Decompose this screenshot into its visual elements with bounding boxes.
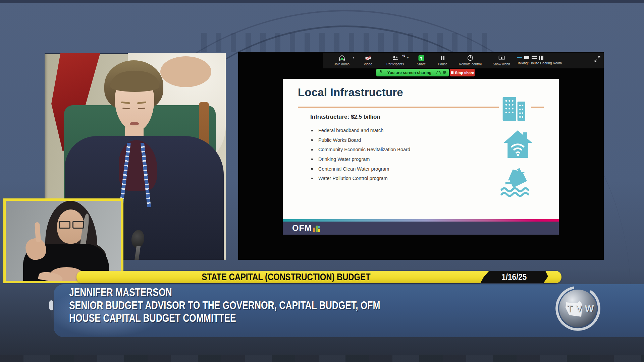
stop-share-button[interactable]: Stop share bbox=[450, 69, 475, 76]
slide-footer-gradient bbox=[283, 219, 559, 222]
presentation-slide: Local Infrastructure Infrastructure: $2.… bbox=[283, 79, 559, 235]
gallery-view-icon[interactable] bbox=[539, 56, 544, 60]
security-shield-icon[interactable] bbox=[442, 70, 446, 76]
mic-icon bbox=[379, 69, 383, 76]
ofm-barchart-icon bbox=[313, 224, 322, 234]
chevron-down-icon[interactable]: ▼ bbox=[352, 56, 355, 59]
banner-date: 1/16/25 bbox=[501, 272, 527, 282]
video-button[interactable]: Video bbox=[356, 54, 380, 66]
ofm-logo: OFM bbox=[292, 223, 312, 233]
tvw-logo-text: TVW bbox=[567, 303, 597, 314]
screen-sharing-status-bar: You are screen sharing bbox=[376, 69, 449, 76]
bullet-item: Public Works Board bbox=[310, 137, 410, 147]
toolbar-label: Remote control bbox=[459, 62, 482, 66]
bullet-item: Centennial Clean Water program bbox=[310, 166, 410, 176]
share-screen-icon bbox=[418, 54, 425, 61]
pause-button[interactable]: Pause bbox=[432, 54, 453, 66]
tvw-logo: TVW TVW bbox=[546, 286, 610, 334]
zoom-toolbar: ▼ Join audio Video 49 ▼ Participants bbox=[323, 53, 604, 68]
screen-share-panel: ▼ Join audio Video 49 ▼ Participants bbox=[238, 52, 604, 260]
interpreter-finger bbox=[35, 222, 41, 243]
speaker-hair-fringe bbox=[110, 71, 159, 92]
bullet-item: Community Economic Revitalization Board bbox=[310, 147, 410, 157]
toolbar-label: Join audio bbox=[334, 62, 350, 66]
talking-indicator: Talking: House Hearing Room... bbox=[517, 61, 565, 65]
cloud-icon[interactable] bbox=[436, 70, 441, 76]
slide-title: Local Infrastructure bbox=[298, 86, 403, 99]
remote-control-icon bbox=[467, 54, 474, 61]
stack-view-icon[interactable] bbox=[532, 56, 537, 59]
dome-watermark-columns bbox=[201, 33, 496, 52]
sharing-status-text: You are screen sharing bbox=[385, 70, 434, 75]
background-person-hands bbox=[160, 56, 211, 87]
participants-count-badge: 49 bbox=[402, 54, 405, 57]
toolbar-label: Participants bbox=[386, 62, 404, 66]
share-button[interactable]: Share bbox=[411, 54, 432, 66]
speaker-view-icon[interactable] bbox=[524, 56, 529, 59]
minimize-view-icon[interactable] bbox=[517, 57, 522, 58]
show-webinar-button[interactable]: Show webir bbox=[487, 54, 516, 66]
speaker-title: SENIOR BUDGET ADVISOR TO THE GOVERNOR, C… bbox=[69, 299, 380, 312]
date-chip: 1/16/25 bbox=[480, 271, 548, 283]
interpreter-glasses bbox=[59, 221, 84, 229]
chevron-down-icon[interactable]: ▼ bbox=[407, 56, 409, 59]
flood-house-icon bbox=[499, 165, 534, 198]
buildings-icon bbox=[499, 95, 531, 123]
webinar-icon bbox=[498, 54, 505, 61]
lower-third-glint bbox=[49, 300, 53, 310]
toolbar-label: Pause bbox=[438, 62, 447, 66]
bottom-artifact-strip bbox=[0, 355, 644, 362]
top-edge-shade bbox=[0, 0, 644, 3]
fullscreen-icon[interactable] bbox=[594, 56, 600, 63]
title-banner: STATE CAPITAL (CONSTRUCTION) BUDGET 1/16… bbox=[76, 271, 561, 283]
speaker-mouth bbox=[130, 122, 139, 125]
participants-icon bbox=[392, 54, 399, 61]
house-wifi-icon bbox=[501, 129, 534, 160]
join-audio-button[interactable]: ▼ Join audio bbox=[327, 54, 356, 66]
video-off-icon bbox=[365, 54, 372, 61]
bullet-item: Water Pollution Control program bbox=[310, 176, 410, 185]
headset-icon bbox=[338, 54, 345, 61]
slide-footer-bar bbox=[283, 222, 559, 235]
toolbar-label: Show webir bbox=[493, 62, 510, 66]
stop-icon bbox=[451, 71, 453, 74]
slide-heading: Infrastructure: $2.5 billion bbox=[310, 114, 380, 120]
slide-bullet-list: Federal broadband and match Public Works… bbox=[310, 128, 410, 185]
bullet-item: Federal broadband and match bbox=[310, 128, 410, 137]
speaker-name: JENNIFER MASTERSON bbox=[69, 286, 380, 299]
pause-icon bbox=[439, 54, 446, 61]
speaker-committee: HOUSE CAPITAL BUDGET COMMITTEE bbox=[69, 312, 380, 325]
stop-share-label: Stop share bbox=[455, 71, 474, 75]
bullet-item: Drinking Water program bbox=[310, 157, 410, 166]
toolbar-label: Video bbox=[364, 62, 372, 66]
view-layout-group: Talking: House Hearing Room... bbox=[517, 54, 565, 65]
remote-control-button[interactable]: Remote control bbox=[453, 54, 487, 66]
participants-button[interactable]: 49 ▼ Participants bbox=[380, 54, 411, 66]
banner-title: STATE CAPITAL (CONSTRUCTION) BUDGET bbox=[114, 272, 458, 283]
toolbar-label: Share bbox=[417, 62, 426, 66]
broadcast-frame: ▼ Join audio Video 49 ▼ Participants bbox=[0, 0, 644, 362]
